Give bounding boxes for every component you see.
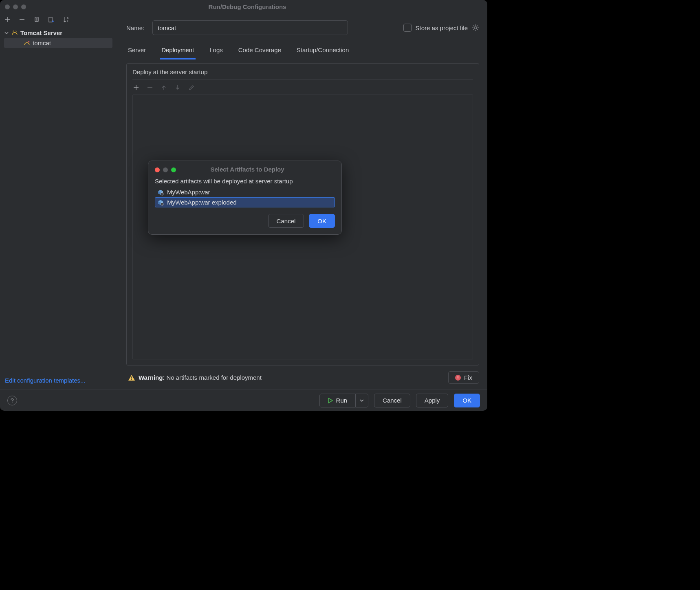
dialog-ok-button[interactable]: OK xyxy=(309,214,335,228)
artifact-item-selected[interactable]: MyWebApp:war exploded xyxy=(155,197,335,207)
fix-label: Fix xyxy=(464,374,472,381)
warning-icon xyxy=(128,374,135,381)
name-label: Name: xyxy=(126,24,144,31)
warning-row: Warning: No artifacts marked for deploym… xyxy=(126,365,479,390)
tomcat-local-icon xyxy=(24,40,30,46)
ok-button[interactable]: OK xyxy=(454,394,480,407)
fix-button[interactable]: !Fix xyxy=(448,371,479,384)
save-config-icon[interactable] xyxy=(47,15,55,24)
chevron-down-icon xyxy=(4,31,9,35)
run-button[interactable]: Run xyxy=(319,394,356,407)
dialog-subtitle: Selected artifacts will be deployed at s… xyxy=(155,178,335,185)
dialog-cancel-button[interactable]: Cancel xyxy=(268,214,304,228)
warning-text: No artifacts marked for deployment xyxy=(166,374,261,381)
window-traffic-lights xyxy=(5,4,26,9)
config-item-label: tomcat xyxy=(33,40,51,46)
config-group-label: Tomcat Server xyxy=(20,29,62,36)
cancel-label: Cancel xyxy=(383,397,402,404)
gear-icon[interactable] xyxy=(472,24,479,31)
ok-label: OK xyxy=(462,397,471,404)
tab-startup-connection[interactable]: Startup/Connection xyxy=(295,44,350,59)
window-title: Run/Debug Configurations xyxy=(29,3,465,10)
cancel-button[interactable]: Cancel xyxy=(374,394,410,407)
select-artifacts-dialog: Select Artifacts to Deploy Selected arti… xyxy=(148,161,342,235)
remove-artifact-icon[interactable] xyxy=(146,84,154,91)
svg-point-3 xyxy=(474,26,477,29)
close-window-icon[interactable] xyxy=(5,4,10,9)
artifact-item[interactable]: MyWebApp:war xyxy=(155,187,335,197)
tomcat-icon xyxy=(11,30,18,36)
config-name-input[interactable] xyxy=(152,20,348,35)
run-debug-window: Run/Debug Configurations az Tomcat Serve… xyxy=(0,0,487,411)
add-config-icon[interactable] xyxy=(3,15,11,24)
edit-artifact-icon[interactable] xyxy=(188,84,195,91)
sort-config-icon[interactable]: az xyxy=(62,15,70,24)
titlebar: Run/Debug Configurations xyxy=(0,0,487,13)
dialog-cancel-label: Cancel xyxy=(277,218,296,225)
remove-config-icon[interactable] xyxy=(18,15,26,24)
artifact-label: MyWebApp:war exploded xyxy=(167,199,237,206)
play-icon xyxy=(328,398,333,403)
run-dropdown-button[interactable] xyxy=(356,394,368,407)
dialog-zoom-icon[interactable] xyxy=(171,167,176,172)
copy-config-icon[interactable] xyxy=(33,15,41,24)
dialog-minimize-icon[interactable] xyxy=(163,167,168,172)
store-as-project-label: Store as project file xyxy=(416,24,468,31)
zoom-window-icon[interactable] xyxy=(21,4,26,9)
artifact-label: MyWebApp:war xyxy=(167,189,210,196)
dialog-title: Select Artifacts to Deploy xyxy=(176,166,319,173)
minimize-window-icon[interactable] xyxy=(13,4,18,9)
panel-title: Deploy at the server startup xyxy=(132,68,473,80)
move-down-icon[interactable] xyxy=(174,84,181,91)
tab-server[interactable]: Server xyxy=(126,44,147,59)
tab-code-coverage[interactable]: Code Coverage xyxy=(237,44,283,59)
help-button[interactable]: ? xyxy=(7,396,17,405)
store-as-project-checkbox[interactable] xyxy=(403,24,412,32)
config-sidebar: az Tomcat Server tomcat Edit configurati… xyxy=(0,13,117,390)
dialog-close-icon[interactable] xyxy=(155,167,160,172)
config-item-tomcat[interactable]: tomcat xyxy=(4,38,112,48)
add-artifact-icon[interactable] xyxy=(132,84,140,91)
svg-text:a: a xyxy=(67,16,68,19)
tab-deployment[interactable]: Deployment xyxy=(160,44,196,59)
edit-templates-link[interactable]: Edit configuration templates... xyxy=(0,374,117,390)
warning-label: Warning: xyxy=(139,374,165,381)
error-badge-icon: ! xyxy=(455,375,461,381)
svg-text:z: z xyxy=(67,20,68,22)
chevron-down-icon xyxy=(360,398,364,403)
dialog-footer: ? Run Cancel Apply OK xyxy=(0,390,487,411)
config-group-tomcat[interactable]: Tomcat Server xyxy=(4,28,112,38)
apply-label: Apply xyxy=(425,397,440,404)
svg-rect-4 xyxy=(131,376,132,379)
artifact-icon xyxy=(157,199,164,206)
svg-rect-5 xyxy=(131,379,132,380)
move-up-icon[interactable] xyxy=(160,84,167,91)
artifact-icon xyxy=(157,189,164,196)
run-label: Run xyxy=(336,397,348,404)
config-tabs: Server Deployment Logs Code Coverage Sta… xyxy=(126,40,479,60)
apply-button[interactable]: Apply xyxy=(416,394,449,407)
tab-logs[interactable]: Logs xyxy=(208,44,225,59)
dialog-ok-label: OK xyxy=(317,218,326,225)
